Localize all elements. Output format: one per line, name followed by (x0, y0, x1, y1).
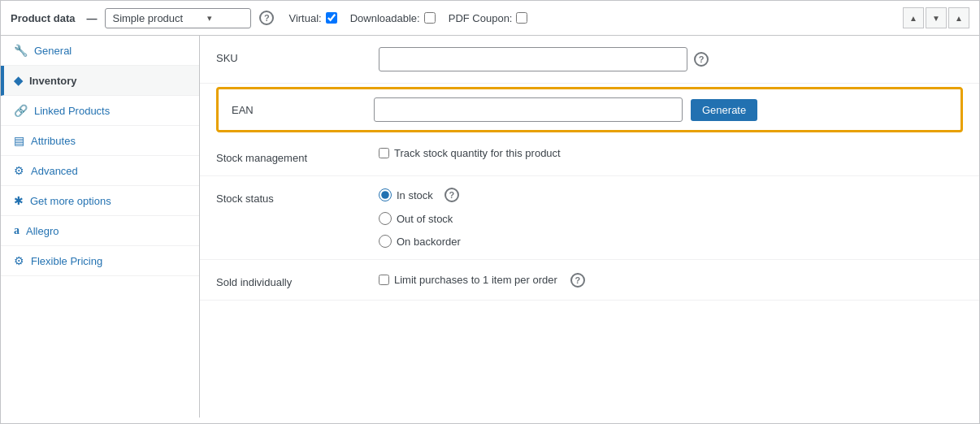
radio-outofstock[interactable] (379, 212, 392, 225)
sold-individually-label: Sold individually (216, 271, 379, 288)
panel-header: Product data — Simple product ▾ ? Virtua… (1, 1, 979, 36)
sidebar-item-inventory[interactable]: ◆ Inventory (1, 66, 199, 96)
ean-row-wrapper: EAN Generate (200, 84, 979, 136)
stock-management-label: Stock management (216, 147, 379, 164)
sold-individually-row: Sold individually Limit purchases to 1 i… (200, 260, 979, 301)
stock-management-checkbox-label[interactable]: Track stock quantity for this product (379, 147, 561, 159)
sold-individually-checkbox-text: Limit purchases to 1 item per order (394, 274, 557, 286)
virtual-checkbox[interactable] (326, 12, 337, 24)
sidebar-item-get-more-options[interactable]: ✱ Get more options (1, 186, 199, 216)
sidebar-item-label: Get more options (30, 195, 111, 207)
ean-row: EAN Generate (216, 87, 963, 132)
main-content: SKU ? EAN Generate Stock managemen (200, 36, 979, 418)
radio-onbackorder-label: On backorder (397, 236, 461, 248)
ean-input[interactable] (374, 97, 683, 122)
sku-field-wrap: ? (379, 47, 963, 71)
ean-input-wrap: Generate (374, 97, 947, 122)
sidebar-item-advanced[interactable]: ⚙ Advanced (1, 156, 199, 186)
sidebar-item-label: Advanced (31, 165, 78, 177)
product-type-label: Simple product (112, 12, 183, 24)
downloadable-label: Downloadable: (350, 12, 420, 24)
downloadable-option[interactable]: Downloadable: (350, 12, 436, 24)
chevron-down-icon: ▾ (207, 13, 212, 24)
ean-label: EAN (232, 104, 374, 116)
product-data-panel: Product data — Simple product ▾ ? Virtua… (0, 0, 980, 424)
star-icon: ✱ (14, 194, 24, 207)
sold-individually-help-icon[interactable]: ? (570, 273, 585, 288)
wrench-icon: 🔧 (14, 44, 28, 57)
stock-status-instock[interactable]: In stock ? (379, 188, 461, 202)
sku-help-icon[interactable]: ? (694, 52, 709, 67)
pricing-gear-icon: ⚙ (14, 254, 24, 267)
stock-management-wrap: Track stock quantity for this product (379, 147, 963, 159)
panel-title: Product data (11, 12, 75, 24)
sold-individually-checkbox[interactable] (379, 275, 389, 285)
toggle-button[interactable]: ▲ (948, 7, 969, 28)
title-separator: — (86, 12, 97, 24)
radio-outofstock-label: Out of stock (397, 213, 453, 225)
collapse-up-button[interactable]: ▲ (903, 7, 924, 28)
list-icon: ▤ (14, 134, 24, 147)
gear-icon: ⚙ (14, 164, 24, 177)
allegro-icon: a (14, 224, 20, 237)
stock-status-wrap: In stock ? Out of stock On backorder (379, 188, 963, 248)
sidebar-item-label: Allegro (26, 225, 59, 237)
sidebar-item-attributes[interactable]: ▤ Attributes (1, 126, 199, 156)
diamond-icon: ◆ (14, 74, 23, 87)
pdf-coupon-label: PDF Coupon: (449, 12, 513, 24)
sidebar-item-label: Flexible Pricing (31, 255, 102, 267)
sidebar-item-allegro[interactable]: a Allegro (1, 216, 199, 246)
sidebar-item-linked-products[interactable]: 🔗 Linked Products (1, 96, 199, 126)
sku-input[interactable] (379, 47, 687, 71)
pdf-coupon-option[interactable]: PDF Coupon: (449, 12, 528, 24)
stock-status-onbackorder[interactable]: On backorder (379, 235, 461, 248)
stock-management-checkbox-text: Track stock quantity for this product (394, 147, 561, 159)
link-icon: 🔗 (14, 104, 28, 117)
panel-body: 🔧 General ◆ Inventory 🔗 Linked Products … (1, 36, 979, 418)
header-options: Virtual: Downloadable: PDF Coupon: (288, 12, 527, 24)
stock-management-checkbox[interactable] (379, 148, 389, 158)
product-type-select[interactable]: Simple product ▾ (105, 8, 251, 28)
sidebar-item-label: Inventory (29, 75, 77, 87)
sidebar-item-general[interactable]: 🔧 General (1, 36, 199, 66)
pdf-coupon-checkbox[interactable] (516, 12, 527, 24)
stock-management-row: Stock management Track stock quantity fo… (200, 136, 979, 176)
sku-row: SKU ? (200, 36, 979, 84)
radio-onbackorder[interactable] (379, 235, 392, 248)
sidebar-item-label: Linked Products (34, 105, 110, 117)
stock-status-help-icon[interactable]: ? (444, 188, 459, 202)
stock-status-radio-group: In stock ? Out of stock On backorder (379, 188, 461, 248)
downloadable-checkbox[interactable] (424, 12, 436, 24)
sold-individually-wrap: Limit purchases to 1 item per order ? (379, 273, 963, 288)
sidebar: 🔧 General ◆ Inventory 🔗 Linked Products … (1, 36, 200, 418)
virtual-option[interactable]: Virtual: (288, 12, 336, 24)
stock-status-row: Stock status In stock ? Out of stock (200, 176, 979, 260)
sidebar-item-label: General (34, 45, 72, 57)
virtual-label: Virtual: (288, 12, 321, 24)
collapse-down-button[interactable]: ▼ (926, 7, 947, 28)
radio-instock[interactable] (379, 188, 392, 201)
stock-status-label: Stock status (216, 188, 379, 205)
sidebar-item-flexible-pricing[interactable]: ⚙ Flexible Pricing (1, 246, 199, 276)
radio-instock-label: In stock (397, 189, 433, 201)
stock-status-outofstock[interactable]: Out of stock (379, 212, 461, 225)
header-arrows: ▲ ▼ ▲ (903, 7, 969, 28)
sku-label: SKU (216, 47, 379, 64)
sidebar-item-label: Attributes (31, 135, 76, 147)
help-icon[interactable]: ? (259, 11, 274, 25)
generate-button[interactable]: Generate (691, 99, 757, 121)
sold-individually-checkbox-label[interactable]: Limit purchases to 1 item per order (379, 274, 557, 286)
